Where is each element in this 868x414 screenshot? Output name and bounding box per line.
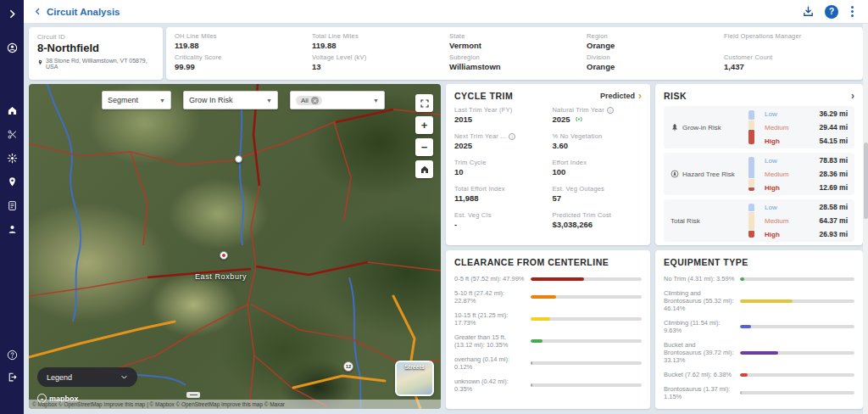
map-home-button[interactable] — [415, 160, 433, 178]
risk-title: RISK — [664, 91, 687, 101]
legend-button[interactable]: Legend — [37, 367, 137, 387]
stat-state: StateVermont — [449, 32, 580, 53]
equipment-row-bucket-bronto: Bucket and Brontosaurus (39.72 mi): 33.1… — [664, 341, 854, 364]
page-scrollbar[interactable] — [863, 24, 868, 414]
stat-oh-line-miles: OH Line Miles119.88 — [175, 32, 305, 53]
segment-dropdown[interactable]: Segment ▼ — [102, 91, 171, 109]
sidebar — [0, 0, 24, 414]
account-icon[interactable] — [5, 41, 19, 54]
help-badge-icon[interactable]: ? — [825, 5, 838, 19]
download-icon[interactable] — [802, 5, 815, 18]
stat-criticality-score: Criticality Score99.99 — [175, 53, 305, 75]
field-est-veg-outages: Est. Veg Outages 57 — [553, 185, 643, 211]
scissors-icon[interactable] — [5, 127, 19, 141]
chevron-right-icon — [7, 8, 18, 20]
field-next-trim-year: Next Trim Year ...i 2025 — [454, 132, 544, 159]
streets-label: Streets — [397, 364, 432, 370]
sidebar-expand-icon[interactable] — [5, 7, 19, 20]
clearance-row-0-5ft: 0-5 ft (57.52 mi): 47.99% — [454, 275, 642, 283]
help-icon[interactable] — [5, 348, 19, 361]
risk-stack-bar — [748, 157, 754, 191]
zoom-out-button[interactable]: − — [415, 138, 433, 156]
stat-total-line-miles: Total Line Miles119.88 — [312, 32, 442, 53]
chevron-right-icon: › — [638, 91, 642, 101]
map[interactable]: East Roxbury 12 Segment ▼ Grow In Risk ▼ — [29, 84, 441, 409]
basemap-streets-toggle[interactable]: Streets — [395, 361, 434, 396]
stat-division: DivisionOrange — [587, 53, 717, 75]
gear-icon[interactable] — [5, 151, 19, 165]
clearance-panel: CLEARANCE FROM CENTERLINE 0-5 ft (57.52 … — [446, 250, 650, 409]
map-scale-bar — [186, 392, 200, 398]
address-text: 38 Stone Rd, Williamstown, VT 05879, USA — [46, 58, 154, 70]
hazard-tree-risk-icon — [670, 170, 679, 178]
user-icon[interactable] — [5, 222, 19, 236]
cycle-trim-panel: CYCLE TRIM Predicted › Last Trim Year (F… — [446, 84, 650, 245]
fullscreen-button[interactable] — [415, 94, 433, 112]
sidebar-bottom — [5, 348, 19, 383]
map-filter-bar: Segment ▼ Grow In Risk ▼ All ✕ — [102, 91, 385, 109]
chevron-down-icon: ▼ — [159, 98, 165, 104]
sidebar-nav — [5, 104, 19, 236]
chevron-left-icon — [34, 8, 42, 15]
field-predicted-trim-cost: Predicted Trim Cost $3,038,266 — [553, 211, 643, 238]
scrollbar-thumb[interactable] — [864, 143, 868, 219]
predicted-label: Predicted — [600, 92, 635, 100]
predicted-toggle[interactable]: Predicted › — [600, 91, 642, 101]
chevron-down-icon: ▼ — [373, 98, 379, 104]
field-total-effort-index: Total Effort Index 11,988 — [454, 185, 544, 211]
risk-stack-bar — [748, 110, 754, 144]
topbar-actions: ? — [802, 5, 856, 19]
equipment-panel: EQUIPMENT TYPE No Trim (4.31 mi): 3.59% … — [655, 250, 863, 409]
map-attribution[interactable]: © Mapbox © OpenStreetMap Improve this ma… — [29, 400, 441, 409]
topbar: Circuit Analysis ? — [24, 0, 868, 24]
live-signal-icon — [574, 115, 584, 123]
risk-panel: RISK › Grow-in Risk — [655, 84, 863, 245]
cycle-trim-fields: Last Trim Year (FY) 2015 Natural Trim Ye… — [454, 106, 642, 238]
main-area: Circuit Analysis ? Circuit ID 8-Northfie… — [24, 0, 868, 414]
map-controls: + − — [415, 94, 433, 178]
map-marker — [220, 251, 228, 260]
page-title: Circuit Analysis — [47, 7, 120, 17]
logout-icon[interactable] — [5, 370, 19, 383]
circuit-info-row: Circuit ID 8-Northfield 38 Stone Rd, Wil… — [29, 27, 863, 80]
right-column: RISK › Grow-in Risk — [655, 84, 863, 409]
equipment-row-bucket: Bucket (7.62 mi): 6.38% — [664, 371, 854, 378]
chevron-down-icon: ▼ — [266, 98, 272, 104]
map-marker — [235, 155, 242, 163]
risk-row-hazard-tree: Hazard Tree Risk Low78.83 mi Medium28.36… — [664, 153, 854, 195]
field-last-trim-year: Last Trim Year (FY) 2015 — [454, 106, 544, 132]
chip-remove-icon[interactable]: ✕ — [311, 97, 319, 104]
layer-dropdown-value: Grow In Risk — [189, 96, 233, 104]
clearance-title: CLEARANCE FROM CENTERLINE — [454, 257, 609, 267]
cycle-trim-title: CYCLE TRIM — [454, 91, 513, 101]
filter-chip-value: All — [301, 97, 309, 104]
map-overlay-lines — [29, 84, 441, 409]
risk-stack-bar — [748, 204, 754, 238]
document-icon[interactable] — [5, 199, 19, 212]
kebab-menu-icon[interactable] — [849, 5, 856, 18]
circuit-id-value: 8-Northfield — [37, 42, 154, 54]
circuit-id-label: Circuit ID — [37, 33, 154, 41]
equipment-row-climbing-bronto: Climbing and Brontosaurus (55.32 mi): 46… — [664, 289, 854, 312]
field-natural-trim-year: Natural Trim Yeari 2025 — [553, 106, 643, 132]
equipment-row-climbing: Climbing (11.54 mi): 9.63% — [664, 319, 854, 334]
clearance-row-5-10ft: 5-10 ft (27.42 mi): 22.87% — [454, 289, 642, 305]
field-no-vegetation: % No Vegetation 3.60 — [553, 132, 643, 159]
zoom-in-button[interactable]: + — [415, 116, 433, 134]
equipment-title: EQUIPMENT TYPE — [664, 257, 748, 267]
filter-chip: All ✕ — [296, 96, 322, 105]
filter-dropdown[interactable]: All ✕ ▼ — [290, 91, 385, 109]
route-shield-12: 12 — [343, 361, 353, 372]
home-icon[interactable] — [5, 104, 19, 117]
circuit-id-card: Circuit ID 8-Northfield 38 Stone Rd, Wil… — [29, 27, 163, 80]
location-pin-icon — [37, 59, 43, 66]
back-link[interactable]: Circuit Analysis — [34, 7, 120, 17]
layer-dropdown[interactable]: Grow In Risk ▼ — [183, 91, 278, 109]
info-icon[interactable]: i — [509, 133, 515, 140]
stat-field-ops-manager: Field Operations Manager — [724, 32, 854, 53]
info-icon[interactable]: i — [607, 107, 614, 114]
risk-expand-chevron-icon[interactable]: › — [851, 91, 854, 101]
circuit-address: 38 Stone Rd, Williamstown, VT 05879, USA — [37, 58, 154, 70]
clearance-row-unknown: unknown (0.42 mi): 0.35% — [454, 378, 642, 393]
pin-icon[interactable] — [5, 175, 19, 188]
